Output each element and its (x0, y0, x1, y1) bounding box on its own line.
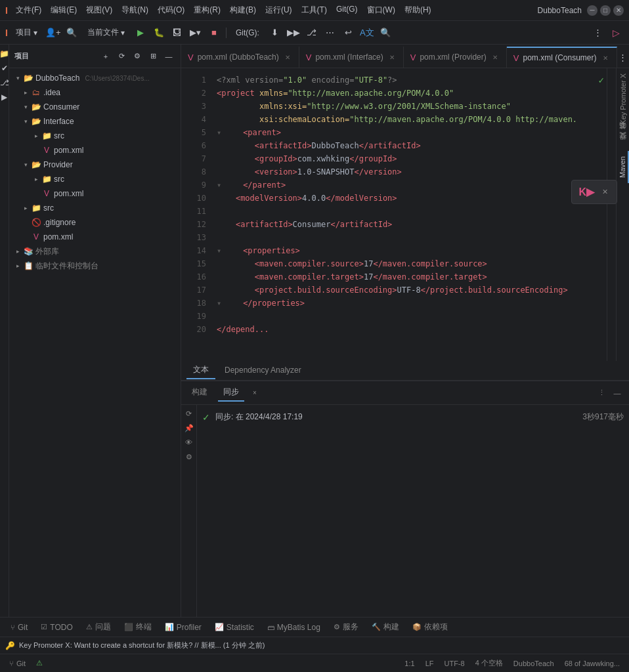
tree-item-external[interactable]: ▸ 📚 外部库 (9, 244, 181, 259)
tree-item-root[interactable]: ▾ 📂 DubboTeach C:\Users\28374\Des... (9, 71, 181, 85)
menu-window[interactable]: 窗口(W) (363, 3, 399, 17)
menu-code[interactable]: 代码(O) (154, 3, 188, 17)
more-tools-button[interactable]: ⋮ (590, 25, 605, 41)
sidebar-expand-button[interactable]: ⊞ (146, 50, 160, 63)
tab-bar-more-button[interactable]: ⋮ (617, 47, 630, 68)
vert-tab-commit[interactable]: 提交 (617, 140, 629, 151)
settings-icon-btn[interactable]: ⚙ (183, 451, 195, 463)
build-tab[interactable]: 构建 (186, 384, 213, 402)
fold-5[interactable]: ▾ (217, 126, 221, 139)
vert-tab-key-promoter[interactable]: Key Promoter X (618, 68, 628, 130)
vert-tab-bookmarks[interactable]: 书签 (617, 130, 629, 140)
tab-dubbo[interactable]: V pom.xml (DubboTeach) ✕ (181, 47, 299, 68)
add-button[interactable]: 👤+ (45, 25, 61, 41)
maximize-button[interactable]: □ (600, 5, 611, 16)
menu-run[interactable]: 运行(U) (261, 3, 296, 17)
tab-consumer[interactable]: V pom.xml (Consumer) ✕ (507, 47, 617, 68)
git-push-button[interactable]: ▶▶ (286, 25, 301, 41)
btm-tab-git[interactable]: ⑂ Git (5, 620, 33, 635)
btm-tab-services[interactable]: ⚙ 服务 (328, 619, 364, 635)
indent-setting[interactable]: 4 个空格 (471, 657, 507, 669)
tree-item-src[interactable]: ▸ 📁 src (9, 201, 181, 215)
fold-9[interactable]: ▾ (217, 178, 221, 192)
git-more-button[interactable]: ⋯ (322, 25, 338, 41)
btm-tab-problems[interactable]: ⚠ 问题 (81, 619, 116, 635)
line-ending[interactable]: LF (422, 658, 438, 669)
git-rollback-button[interactable]: ↩ (341, 25, 357, 41)
btm-tab-todo[interactable]: ☑ TODO (35, 620, 77, 635)
tree-item-interface-src[interactable]: ▸ 📁 src (9, 129, 181, 143)
git-branch-button[interactable]: ⎇ (304, 25, 320, 41)
menu-tools[interactable]: 工具(T) (297, 3, 331, 17)
translate-button[interactable]: A文 (359, 25, 375, 41)
git-update-button[interactable]: ⬇ (267, 25, 283, 41)
encoding[interactable]: UTF-8 (440, 658, 468, 669)
fold-18[interactable]: ▾ (217, 297, 221, 310)
menu-edit[interactable]: 编辑(E) (47, 3, 81, 17)
menu-git[interactable]: Git(G) (332, 3, 362, 17)
fold-14[interactable]: ▾ (217, 244, 221, 257)
search-everywhere-button[interactable]: 🔍 (64, 25, 79, 41)
tree-item-provider-pom[interactable]: ▸ V pom.xml (9, 186, 181, 201)
search-button[interactable]: 🔍 (378, 25, 393, 41)
vert-tab-maven[interactable]: Maven (617, 151, 629, 183)
bottom-icon-more[interactable]: ⋮ (595, 387, 608, 400)
sidebar-collapse-button[interactable]: — (162, 50, 175, 63)
btm-tab-build[interactable]: 🔨 构建 (366, 619, 404, 635)
eye-icon-btn[interactable]: 👁 (183, 436, 195, 448)
cursor-position[interactable]: 1:1 (401, 658, 418, 669)
tree-item-provider[interactable]: ▾ 📂 Provider (9, 158, 181, 172)
tab-close-provider[interactable]: ✕ (490, 52, 500, 62)
close-button[interactable]: ✕ (613, 5, 624, 16)
debug-button[interactable]: 🐛 (151, 25, 167, 41)
menu-refactor[interactable]: 重构(R) (190, 3, 225, 17)
menu-build[interactable]: 构建(B) (226, 3, 260, 17)
tree-item-provider-src[interactable]: ▸ 📁 src (9, 172, 181, 186)
btm-tab-mybatis[interactable]: 🗃 MyBatis Log (262, 620, 326, 635)
tab-close-consumer[interactable]: ✕ (601, 53, 610, 62)
menu-nav[interactable]: 导航(N) (118, 3, 152, 17)
menu-help[interactable]: 帮助(H) (401, 3, 435, 17)
coverage-button[interactable]: ⛾ (169, 25, 185, 41)
menu-file[interactable]: 文件(F) (12, 3, 45, 17)
code-content[interactable]: <?xml version="1.0" encoding="UTF-8"?> ✓… (211, 68, 607, 361)
tree-item-interface-pom[interactable]: ▸ V pom.xml (9, 143, 181, 158)
tab-close-interface[interactable]: ✕ (387, 52, 397, 62)
bottom-close-button[interactable]: × (249, 388, 260, 398)
tab-interface[interactable]: V pom.xml (Interface) ✕ (299, 47, 404, 68)
key-promoter-popup-close[interactable]: ✕ (599, 187, 610, 198)
run-widget[interactable]: ▷ (608, 25, 624, 41)
sidebar-config-button[interactable]: ⚙ (131, 50, 144, 63)
project-status[interactable]: DubboTeach (510, 658, 558, 669)
warning-status[interactable]: ⚠ (32, 658, 47, 669)
stop-button[interactable]: ■ (206, 25, 222, 41)
tab-close-dubbo[interactable]: ✕ (283, 52, 292, 62)
bottom-icon-minimize[interactable]: — (611, 387, 624, 400)
sidebar-sync-button[interactable]: ⟳ (115, 50, 128, 63)
minimize-button[interactable]: ─ (587, 5, 597, 16)
memory-info[interactable]: 68 of Jawwking... (561, 658, 624, 669)
run-config-button[interactable]: ▶▾ (188, 25, 204, 41)
run-button[interactable]: ▶ (133, 25, 148, 41)
tree-item-scratch[interactable]: ▸ 📋 临时文件和控制台 (9, 259, 181, 273)
tree-item-consumer[interactable]: ▾ 📂 Consumer (9, 100, 181, 114)
bp-tab-dependency[interactable]: Dependency Analyzer (218, 363, 308, 379)
tree-item-root-pom[interactable]: ▸ V pom.xml (9, 230, 181, 244)
tab-provider[interactable]: V pom.xml (Provider) ✕ (404, 47, 507, 68)
btm-tab-profiler[interactable]: 📊 Profiler (160, 620, 207, 635)
sync-icon-btn[interactable]: ⟳ (183, 408, 195, 419)
pin-icon-btn[interactable]: 📌 (183, 422, 195, 434)
btm-tab-statistic[interactable]: 📈 Statistic (209, 620, 259, 635)
menu-view[interactable]: 视图(V) (82, 3, 116, 17)
btm-tab-deps[interactable]: 📦 依赖项 (407, 619, 453, 635)
sync-tab[interactable]: 同步 (218, 384, 244, 402)
bp-tab-text[interactable]: 文本 (186, 362, 215, 379)
project-dropdown[interactable]: 项目 ▾ (11, 26, 43, 39)
tree-item-gitignore[interactable]: ▸ 🚫 .gitignore (9, 215, 181, 230)
btm-tab-terminal[interactable]: ⬛ 终端 (119, 619, 157, 635)
current-file-dropdown[interactable]: 当前文件 ▾ (82, 26, 130, 39)
sidebar-add-button[interactable]: + (99, 50, 112, 63)
tree-item-interface[interactable]: ▾ 📂 Interface (9, 114, 181, 129)
tree-item-idea[interactable]: ▸ 🗂 .idea (9, 85, 181, 100)
git-status[interactable]: ⑂ Git (5, 658, 30, 669)
